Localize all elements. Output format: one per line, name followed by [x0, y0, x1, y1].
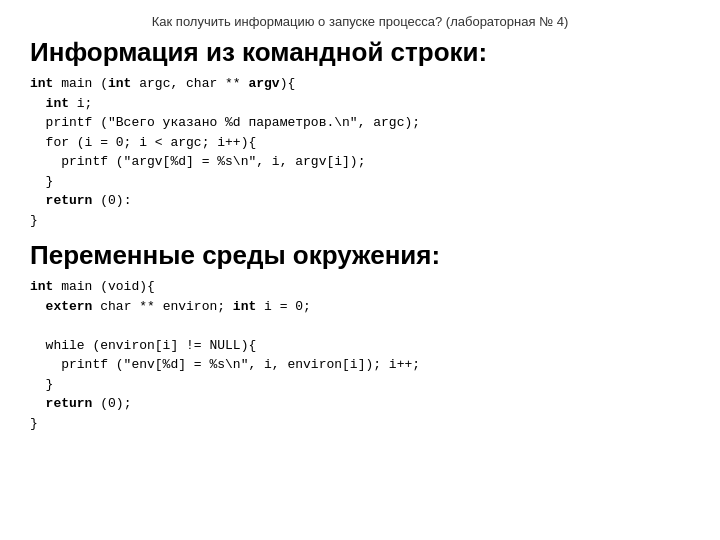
- section2-heading: Переменные среды окружения:: [30, 240, 690, 271]
- page-title: Как получить информацию о запуске процес…: [30, 14, 690, 29]
- section2-code: int main (void){ extern char ** environ;…: [30, 277, 690, 433]
- code-line-1: int main (int argc, char ** argv){ int i…: [30, 76, 420, 228]
- code-line-2: int main (void){ extern char ** environ;…: [30, 279, 420, 431]
- section1-heading: Информация из командной строки:: [30, 37, 690, 68]
- section1-code: int main (int argc, char ** argv){ int i…: [30, 74, 690, 230]
